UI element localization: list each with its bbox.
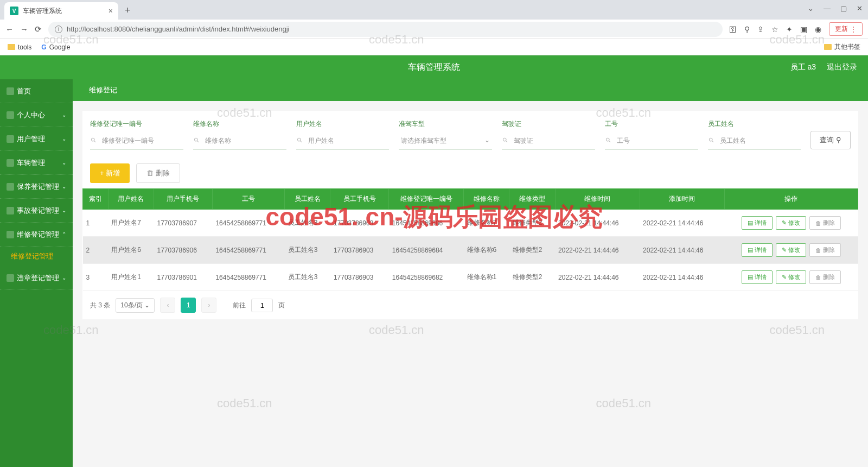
filter-input[interactable]: 用户姓名 bbox=[296, 133, 390, 149]
row-delete-button[interactable]: 🗑删除 bbox=[809, 243, 841, 257]
filter-select[interactable]: 请选择准驾车型⌄ bbox=[399, 133, 492, 149]
bookmark-other[interactable]: 其他书签 bbox=[824, 42, 860, 52]
forward-icon[interactable]: → bbox=[20, 24, 28, 34]
table-row[interactable]: 2用户姓名61770378690616454258869771员工姓名31770… bbox=[83, 237, 858, 264]
table-cell: 用户姓名7 bbox=[108, 210, 154, 237]
update-button[interactable]: 更新⋮ bbox=[829, 22, 863, 36]
panel-icon[interactable]: ▣ bbox=[800, 25, 807, 34]
goto-input[interactable] bbox=[251, 299, 273, 312]
table-row[interactable]: 3用户姓名11770378690116454258869771员工姓名31770… bbox=[83, 264, 858, 291]
edit-button[interactable]: ✎修改 bbox=[776, 216, 806, 230]
user-label[interactable]: 员工 a3 bbox=[790, 62, 816, 72]
table-cell: 16454258869686 bbox=[389, 210, 464, 237]
sidebar-item[interactable]: 首页 bbox=[0, 79, 73, 103]
detail-button[interactable]: ▤详情 bbox=[742, 243, 773, 257]
minimize-icon[interactable]: — bbox=[824, 4, 831, 12]
star-icon[interactable]: ☆ bbox=[771, 25, 778, 34]
add-button[interactable]: + 新增 bbox=[90, 163, 130, 183]
back-icon[interactable]: ← bbox=[5, 24, 14, 34]
table-cell: 员工姓名3 bbox=[285, 210, 330, 237]
sidebar-item[interactable]: 维修登记管理 bbox=[0, 247, 73, 266]
page-size-select[interactable]: 10条/页 ⌄ bbox=[116, 298, 155, 313]
detail-button[interactable]: ▤详情 bbox=[742, 270, 773, 284]
data-table: 索引用户姓名用户手机号工号员工姓名员工手机号维修登记唯一编号维修名称维修类型维修… bbox=[82, 188, 858, 291]
chevron-icon: ⌄ bbox=[62, 136, 66, 142]
breadcrumb: 维修登记 bbox=[73, 79, 868, 101]
edit-button[interactable]: ✎修改 bbox=[776, 243, 806, 257]
bookmark-tools[interactable]: tools bbox=[8, 43, 31, 51]
chevron-icon: ⌄ bbox=[62, 275, 66, 281]
sidebar-item-label: 维修登记管理 bbox=[11, 251, 53, 261]
table-cell: 17703786903 bbox=[330, 264, 389, 291]
table-cell: 维修类型2 bbox=[509, 237, 555, 264]
table-row[interactable]: 1用户姓名71770378690716454258869771员工姓名31770… bbox=[83, 210, 858, 237]
sidebar-item[interactable]: 违章登记管理⌄ bbox=[0, 266, 73, 290]
share-icon[interactable]: ⇪ bbox=[757, 25, 764, 34]
sidebar-item-label: 违章登记管理 bbox=[17, 273, 59, 283]
bookmark-google[interactable]: GGoogle bbox=[41, 43, 70, 51]
folder-icon bbox=[8, 44, 15, 50]
chevron-down-icon: ⌄ bbox=[484, 136, 490, 146]
table-header: 维修时间 bbox=[555, 189, 640, 210]
detail-button[interactable]: ▤详情 bbox=[742, 216, 773, 230]
query-button[interactable]: 查询 ⚲ bbox=[810, 131, 851, 149]
goto-suffix: 页 bbox=[278, 301, 285, 310]
row-delete-button[interactable]: 🗑删除 bbox=[809, 216, 841, 230]
browser-tab[interactable]: V 车辆管理系统 × bbox=[4, 2, 118, 20]
extensions-icon[interactable]: ✦ bbox=[786, 25, 793, 34]
menu-icon bbox=[7, 135, 14, 143]
filter-input[interactable]: 工号 bbox=[605, 133, 698, 149]
sidebar-item[interactable]: 维修登记管理⌃ bbox=[0, 223, 73, 247]
table-cell: 员工姓名3 bbox=[285, 264, 330, 291]
table-cell: 17703786903 bbox=[330, 210, 389, 237]
app-title: 车辆管理系统 bbox=[408, 62, 460, 73]
page-number-button[interactable]: 1 bbox=[181, 298, 196, 313]
table-cell: 16454258869684 bbox=[389, 237, 464, 264]
maximize-icon[interactable]: ▢ bbox=[840, 4, 847, 12]
delete-button[interactable]: 🗑 删除 bbox=[136, 163, 180, 183]
bookmarks-bar: tools GGoogle 其他书签 bbox=[0, 39, 868, 55]
close-icon[interactable]: × bbox=[108, 7, 113, 15]
table-header: 维修类型 bbox=[509, 189, 555, 210]
chrome-menu-icon[interactable]: ⌄ bbox=[808, 4, 814, 12]
next-page-button[interactable]: › bbox=[201, 298, 216, 313]
table-header: 索引 bbox=[83, 189, 108, 210]
sidebar-item[interactable]: 事故登记管理⌄ bbox=[0, 199, 73, 223]
chevron-icon: ⌃ bbox=[62, 231, 66, 237]
new-tab-button[interactable]: + bbox=[125, 5, 131, 16]
search-engine-icon[interactable]: ⚲ bbox=[744, 25, 750, 34]
tab-title: 车辆管理系统 bbox=[23, 7, 62, 16]
filter-label: 工号 bbox=[605, 119, 698, 129]
filter-input[interactable]: 维修名称 bbox=[193, 133, 286, 149]
action-icon: 🗑 bbox=[815, 274, 821, 281]
table-cell: 17703786903 bbox=[330, 237, 389, 264]
sidebar-item[interactable]: 车辆管理⌄ bbox=[0, 151, 73, 175]
action-icon: ✎ bbox=[782, 274, 787, 281]
filter-input[interactable]: 员工姓名 bbox=[708, 133, 801, 149]
sidebar-item[interactable]: 个人中心⌄ bbox=[0, 103, 73, 127]
app-header: 车辆管理系统 员工 a3 退出登录 bbox=[0, 55, 868, 79]
close-window-icon[interactable]: ✕ bbox=[857, 4, 863, 12]
filter-input[interactable]: 维修登记唯一编号 bbox=[90, 133, 183, 149]
row-delete-button[interactable]: 🗑删除 bbox=[809, 270, 841, 284]
pager-total: 共 3 条 bbox=[90, 301, 110, 310]
vue-icon: V bbox=[10, 7, 18, 15]
logout-link[interactable]: 退出登录 bbox=[827, 62, 857, 72]
sidebar-item[interactable]: 用户管理⌄ bbox=[0, 127, 73, 151]
prev-page-button[interactable]: ‹ bbox=[160, 298, 175, 313]
menu-icon bbox=[7, 274, 14, 282]
table-cell: 用户姓名6 bbox=[108, 237, 154, 264]
filter-input[interactable]: 驾驶证 bbox=[502, 133, 595, 149]
info-icon[interactable]: i bbox=[55, 26, 62, 33]
profile-icon[interactable]: ◉ bbox=[815, 25, 821, 34]
filter-label: 用户姓名 bbox=[296, 119, 390, 129]
reload-icon[interactable]: ⟳ bbox=[35, 24, 42, 34]
sidebar-item-label: 保养登记管理 bbox=[17, 182, 59, 192]
filter-label: 准驾车型 bbox=[399, 119, 492, 129]
folder-icon bbox=[824, 44, 832, 50]
sidebar-item[interactable]: 保养登记管理⌄ bbox=[0, 175, 73, 199]
key-icon[interactable]: ⚿ bbox=[729, 25, 737, 34]
url-input[interactable]: i http://localhost:8080/cheliangguanli/a… bbox=[48, 22, 723, 37]
edit-button[interactable]: ✎修改 bbox=[776, 270, 806, 284]
table-header: 员工手机号 bbox=[330, 189, 389, 210]
